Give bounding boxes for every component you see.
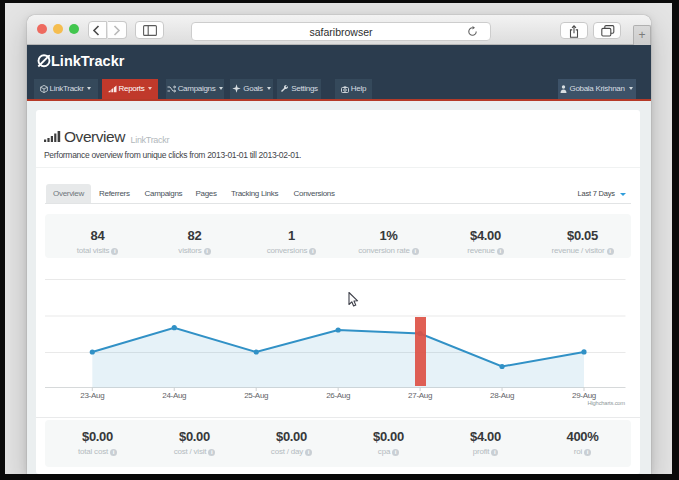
svg-text:28-Aug: 28-Aug — [490, 391, 514, 400]
svg-text:25-Aug: 25-Aug — [244, 391, 268, 400]
svg-text:Highcharts.com: Highcharts.com — [588, 400, 626, 406]
svg-text:26-Aug: 26-Aug — [326, 391, 350, 400]
svg-text:24-Aug: 24-Aug — [162, 391, 186, 400]
svg-text:23-Aug: 23-Aug — [80, 391, 104, 400]
svg-text:27-Aug: 27-Aug — [408, 391, 432, 400]
